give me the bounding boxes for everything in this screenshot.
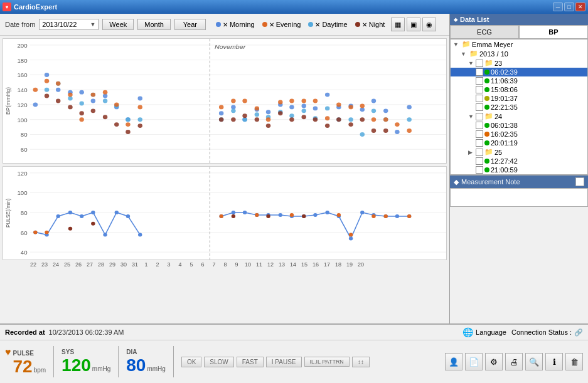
svg-point-37 (137, 117, 142, 122)
close-button[interactable]: ✕ (575, 3, 585, 11)
svg-point-137 (68, 211, 72, 214)
divider-3 (173, 346, 174, 377)
svg-point-21 (56, 88, 60, 92)
svg-point-76 (242, 117, 247, 122)
svg-text:120: 120 (17, 102, 27, 108)
expand-year-icon[interactable]: ▼ (461, 51, 468, 57)
tree-day-24[interactable]: ▼ 📁 24 (451, 112, 587, 121)
svg-point-97 (301, 99, 306, 103)
search-icon[interactable]: 🔍 (525, 353, 543, 370)
tree-time-1508[interactable]: 15:08:06 (451, 85, 587, 94)
svg-point-114 (301, 115, 306, 119)
tree-time-1602[interactable]: 16:02:35 (451, 130, 587, 139)
tree-time-1106[interactable]: 11:06:39 (451, 76, 587, 85)
day24-checkbox[interactable] (476, 113, 483, 120)
time1227-checkbox[interactable] (476, 157, 483, 165)
svg-point-172 (407, 214, 411, 218)
note-checkbox[interactable]: ✓ (575, 177, 584, 186)
tree-time-2221[interactable]: 22:21:35 (451, 103, 587, 112)
ok-button[interactable]: OK (181, 357, 201, 367)
date-dropdown-arrow[interactable]: ▼ (90, 21, 95, 28)
year-button[interactable]: Year (174, 19, 206, 30)
settings-icon[interactable]: ⚙ (485, 353, 503, 370)
time2100-checkbox[interactable] (476, 166, 483, 174)
time2001-checkbox[interactable] (476, 139, 483, 147)
legend-area: ✕ Morning ✕ Evening ✕ Daytime ✕ Night (216, 21, 385, 28)
svg-point-80 (289, 113, 294, 118)
tree-time-2001[interactable]: 20:01:19 (451, 139, 587, 147)
tree-day-25[interactable]: ▶ 📁 25 (451, 147, 587, 157)
date-input[interactable]: 2013/10/22 ▼ (39, 19, 99, 30)
time0601-checkbox[interactable] (476, 122, 483, 129)
time0602-checkbox[interactable] (476, 68, 483, 76)
svg-point-104 (383, 117, 388, 122)
user-card-icon[interactable]: 👤 (445, 353, 462, 370)
panel-header-icon: ◆ (454, 17, 457, 23)
svg-point-46 (126, 122, 130, 127)
svg-point-99 (325, 116, 329, 120)
tab-bp[interactable]: BP (519, 25, 588, 38)
minimize-button[interactable]: ─ (553, 3, 563, 11)
time1901-checkbox[interactable] (476, 95, 483, 102)
legend-evening: ✕ Evening (262, 21, 301, 28)
svg-point-173 (232, 214, 235, 218)
expand-day23-icon[interactable]: ▼ (468, 60, 476, 66)
week-button[interactable]: Week (102, 19, 134, 30)
time1508-checkbox[interactable] (476, 86, 483, 93)
svg-point-92 (242, 99, 247, 103)
document-icon[interactable]: 📄 (465, 353, 483, 370)
svg-point-106 (407, 129, 411, 133)
chart-panel: Date from 2013/10/22 ▼ Week Month Year ✕… (0, 14, 450, 323)
pie-chart-icon[interactable]: ◉ (422, 18, 436, 31)
tree-time-1227[interactable]: 12:27:42 (451, 157, 587, 165)
expand-day25-icon[interactable]: ▶ (468, 149, 476, 155)
svg-point-70 (372, 99, 376, 103)
year-month-label: 2013 / 10 (479, 50, 508, 58)
svg-text:180: 180 (17, 58, 27, 64)
day23-checkbox[interactable] (476, 60, 483, 67)
time1602-checkbox[interactable] (476, 130, 483, 138)
tab-ecg[interactable]: ECG (450, 25, 519, 38)
fast-button[interactable]: FAST (237, 357, 264, 367)
trash-icon[interactable]: 🗑 (565, 353, 583, 370)
tree-time-1901[interactable]: 19:01:37 (451, 94, 587, 103)
x-axis-labels: 22 23 24 25 26 27 28 29 30 31 1 2 3 4 5 … (0, 260, 449, 269)
bar-chart-icon[interactable]: ▦ (391, 18, 405, 31)
wave-button[interactable]: IL.IL PATTRN (304, 357, 350, 367)
expand-icon[interactable]: ▼ (453, 41, 461, 48)
svg-point-72 (395, 130, 399, 134)
time1106-checkbox[interactable] (476, 77, 483, 85)
svg-point-63 (289, 105, 294, 109)
time0601-label: 06:01:38 (491, 122, 518, 129)
time2100-dot (484, 167, 489, 172)
tree-time-2100[interactable]: 21:00:59 (451, 165, 587, 174)
time2221-checkbox[interactable] (476, 103, 483, 111)
tree-time-0602[interactable]: 06:02:39 (451, 68, 587, 76)
evening-dot (262, 22, 267, 27)
print-icon[interactable]: 🖨 (505, 353, 523, 370)
slow-button[interactable]: SLOW (204, 357, 233, 367)
pause-button[interactable]: I PAUSE (266, 357, 302, 367)
measurement-note-label: Measurement Note (461, 178, 520, 186)
time2221-label: 22:21:35 (491, 103, 518, 111)
svg-text:160: 160 (17, 73, 27, 79)
tree-year-month[interactable]: ▼ 📁 2013 / 10 (451, 49, 587, 58)
expand-day24-icon[interactable]: ▼ (468, 113, 476, 120)
svg-point-145 (45, 231, 48, 234)
day25-checkbox[interactable] (476, 149, 483, 156)
dia-unit: mmHg (147, 365, 165, 372)
info-icon[interactable]: ℹ (545, 353, 563, 370)
alt-button[interactable]: ↕↕ (352, 357, 370, 367)
maximize-button[interactable]: □ (564, 3, 574, 11)
table-icon[interactable]: ▣ (407, 18, 420, 31)
language-label: Language (476, 328, 506, 336)
tree-root[interactable]: ▼ 📁 Emma Meyer (451, 39, 587, 49)
sys-label: SYS (61, 349, 110, 355)
tree-day-23[interactable]: ▼ 📁 23 (451, 58, 587, 68)
svg-point-98 (313, 99, 318, 103)
svg-text:40: 40 (21, 249, 28, 256)
svg-text:100: 100 (17, 191, 27, 197)
tree-time-0601[interactable]: 06:01:38 (451, 121, 587, 130)
month-button[interactable]: Month (137, 19, 171, 30)
svg-point-28 (137, 97, 142, 101)
